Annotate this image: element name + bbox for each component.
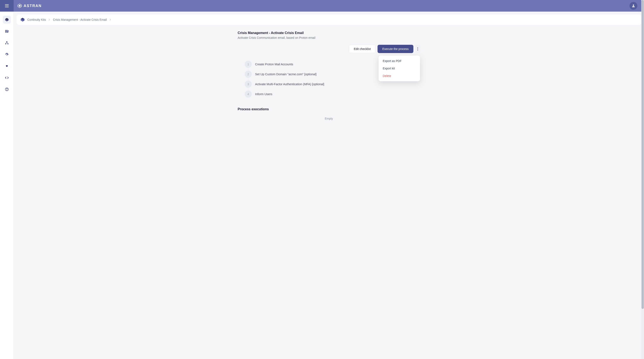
scrollbar[interactable] — [641, 0, 644, 359]
help-icon — [5, 87, 9, 92]
executions-title: Process executions — [238, 107, 420, 111]
sidebar-item-plug[interactable] — [3, 62, 11, 70]
svg-rect-11 — [5, 44, 6, 44]
step-label: Set Up Custom Domain "acme.com" [optiona… — [255, 72, 316, 76]
step-number: 3 — [245, 81, 252, 88]
step-label: Activate Multi-Factor Authentication (MF… — [255, 82, 324, 86]
svg-point-19 — [417, 48, 418, 49]
svg-rect-9 — [8, 30, 8, 33]
svg-point-18 — [417, 47, 418, 48]
step-number: 1 — [245, 61, 252, 68]
svg-rect-7 — [6, 30, 7, 32]
edit-checklist-button[interactable]: Edit checklist — [349, 45, 376, 53]
scrollbar-thumb[interactable] — [642, 0, 644, 309]
step-label: Inform Users — [255, 92, 272, 96]
fingerprint-icon — [5, 52, 9, 56]
svg-point-2 — [633, 4, 634, 6]
dropdown-delete[interactable]: Delete — [378, 72, 420, 80]
dropdown-export-kit[interactable]: Export kit — [378, 65, 420, 72]
hamburger-icon — [5, 4, 9, 7]
actions-row: Edit checklist Execute the process Expor… — [238, 45, 420, 53]
chevron-right-icon — [48, 19, 50, 21]
breadcrumb: Continuity Kits Crisis Management - Acti… — [16, 14, 641, 25]
sidebar-item-cube[interactable] — [3, 16, 11, 24]
app-header: ASTRAN — [0, 0, 644, 12]
brand: ASTRAN — [18, 4, 42, 8]
svg-rect-8 — [7, 30, 8, 32]
step-label: Create Proton Mail Accounts — [255, 62, 293, 66]
sidebar — [0, 12, 14, 359]
step-number: 2 — [245, 71, 252, 78]
svg-rect-10 — [6, 42, 7, 42]
svg-rect-6 — [5, 30, 6, 32]
more-actions-dropdown: Export as PDF Export kit Delete — [378, 56, 420, 81]
executions-empty: Empty — [238, 114, 420, 123]
chevron-right-icon — [109, 19, 111, 21]
brand-logo-icon — [18, 4, 22, 8]
menu-toggle[interactable] — [0, 0, 14, 12]
svg-rect-12 — [8, 44, 8, 44]
crumb-0[interactable]: Continuity Kits — [27, 18, 46, 21]
sidebar-item-fingerprint[interactable] — [3, 50, 11, 58]
crumb-1[interactable]: Crisis Management - Activate Crisis Emai… — [53, 18, 107, 21]
step-number: 4 — [245, 90, 252, 98]
library-icon — [5, 29, 9, 33]
cube-icon — [5, 18, 9, 22]
svg-marker-1 — [19, 5, 20, 7]
sidebar-item-library[interactable] — [3, 27, 11, 35]
svg-point-14 — [7, 90, 7, 90]
org-icon — [5, 41, 9, 45]
code-icon — [5, 76, 9, 80]
dropdown-export-pdf[interactable]: Export as PDF — [378, 57, 420, 65]
sidebar-item-help[interactable] — [3, 86, 11, 93]
sidebar-item-code[interactable] — [3, 74, 11, 82]
page-title: Crisis Management - Activate Crisis Emai… — [238, 31, 420, 35]
more-actions-button[interactable] — [416, 45, 420, 53]
plug-icon — [5, 64, 9, 68]
user-avatar[interactable] — [630, 2, 637, 10]
dots-vertical-icon — [417, 47, 418, 50]
brand-name: ASTRAN — [24, 4, 42, 8]
step-item[interactable]: 4 Inform Users — [245, 89, 420, 99]
main-content: Continuity Kits Crisis Management - Acti… — [14, 12, 644, 359]
page-description: Activate Crisis Communication email, bas… — [238, 36, 420, 40]
svg-point-20 — [417, 50, 418, 50]
person-icon — [632, 4, 635, 8]
sidebar-item-org[interactable] — [3, 39, 11, 47]
execute-process-button[interactable]: Execute the process — [378, 45, 414, 53]
breadcrumb-cube-icon — [20, 18, 25, 22]
